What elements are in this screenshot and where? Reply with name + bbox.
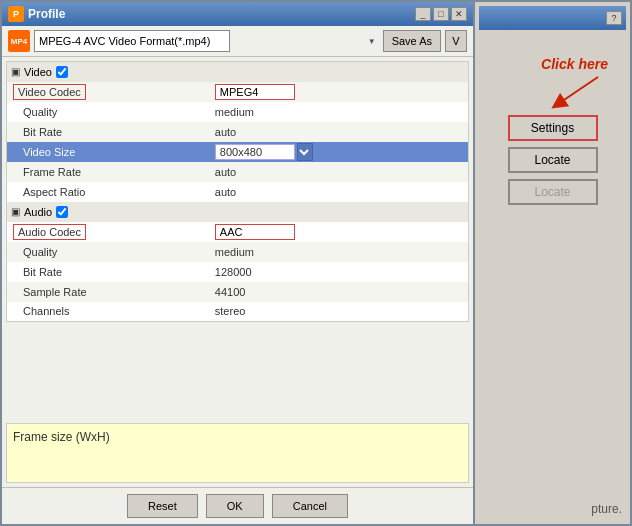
table-row: Channels stereo [7,302,469,322]
audio-codec-label: Audio Codec [13,224,86,240]
audio-quality-value: medium [215,246,254,258]
title-bar: P Profile _ □ ✕ [2,2,473,26]
format-dropdown[interactable]: MPEG-4 AVC Video Format(*.mp4) [34,30,230,52]
locate-button-2: Locate [508,179,598,205]
video-collapse-icon[interactable]: ▣ [11,66,20,77]
channels-value: stereo [215,305,246,317]
audio-bit-rate-value: 128000 [215,266,252,278]
dialog-icon: P [8,6,24,22]
footer: Reset OK Cancel [2,487,473,524]
restore-button[interactable]: □ [433,7,449,21]
video-section-label: Video [24,66,52,78]
properties-table: ▣ Video Video Codec Quality medium [6,61,469,322]
bit-rate-value: auto [215,126,236,138]
right-panel: ? Click here Settings Locate Locate ptur… [475,0,632,526]
table-row: Quality medium [7,242,469,262]
content-area: ▣ Video Video Codec Quality medium [2,57,473,487]
reset-button[interactable]: Reset [127,494,198,518]
audio-collapse-icon[interactable]: ▣ [11,206,20,217]
frame-rate-label: Frame Rate [13,166,81,178]
audio-section-label: Audio [24,206,52,218]
settings-button[interactable]: Settings [508,115,598,141]
aspect-ratio-value: auto [215,186,236,198]
format-dropdown-wrapper: MPEG-4 AVC Video Format(*.mp4) ▼ [34,30,379,52]
video-section-checkbox[interactable] [56,66,68,78]
quality-value: medium [215,106,254,118]
table-row: Bit Rate auto [7,122,469,142]
audio-section-header: ▣ Audio [7,202,469,222]
aspect-ratio-label: Aspect Ratio [13,186,85,198]
sample-rate-value: 44100 [215,286,246,298]
video-codec-input[interactable] [215,84,295,100]
table-row: Frame Rate auto [7,162,469,182]
audio-codec-input[interactable] [215,224,295,240]
audio-section-checkbox[interactable] [56,206,68,218]
table-row: Audio Codec [7,222,469,242]
hint-text: Frame size (WxH) [13,430,110,444]
dropdown-arrow-icon: ▼ [368,37,376,46]
video-section-header: ▣ Video [7,62,469,82]
table-row: Aspect Ratio auto [7,182,469,202]
table-row: Video Codec [7,82,469,102]
profile-dialog: P Profile _ □ ✕ MP4 MPEG-4 AVC Video For… [0,0,475,526]
table-row: Quality medium [7,102,469,122]
video-codec-label: Video Codec [13,84,86,100]
video-size-label: Video Size [13,146,75,158]
channels-label: Channels [13,305,69,317]
v-button[interactable]: V [445,30,467,52]
dialog-title: Profile [28,7,65,21]
toolbar: MP4 MPEG-4 AVC Video Format(*.mp4) ▼ Sav… [2,26,473,57]
audio-bit-rate-label: Bit Rate [13,266,62,278]
minimize-button[interactable]: _ [415,7,431,21]
click-here-label: Click here [541,56,608,72]
ok-button[interactable]: OK [206,494,264,518]
video-size-dropdown[interactable]: ▼ [297,143,313,161]
video-size-input[interactable] [215,144,295,160]
format-icon: MP4 [8,30,30,52]
quality-label: Quality [13,106,57,118]
right-title-bar: ? [479,6,626,30]
save-as-button[interactable]: Save As [383,30,441,52]
frame-rate-value: auto [215,166,236,178]
audio-quality-label: Quality [13,246,57,258]
arrow-icon [548,72,608,112]
table-row: Bit Rate 128000 [7,262,469,282]
cancel-button[interactable]: Cancel [272,494,348,518]
table-row: Sample Rate 44100 [7,282,469,302]
video-size-row: Video Size ▼ [7,142,469,162]
bit-rate-label: Bit Rate [13,126,62,138]
right-bottom-text: pture. [587,498,626,520]
svg-line-0 [558,77,598,104]
help-button[interactable]: ? [606,11,622,25]
sample-rate-label: Sample Rate [13,286,87,298]
locate-button[interactable]: Locate [508,147,598,173]
close-button[interactable]: ✕ [451,7,467,21]
hint-area: Frame size (WxH) [6,423,469,483]
